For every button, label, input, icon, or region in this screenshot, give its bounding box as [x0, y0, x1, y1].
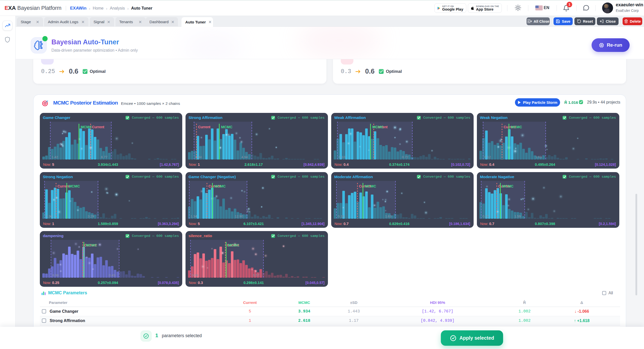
- svg-text:1.59: 1.59: [514, 214, 521, 218]
- svg-text:0.57: 0.57: [253, 273, 259, 277]
- svg-text:0.43: 0.43: [109, 273, 115, 277]
- svg-text:MCMC: MCMC: [81, 125, 92, 129]
- svg-text:3.29: 3.29: [88, 214, 94, 218]
- svg-text:MCMC: MCMC: [372, 125, 384, 129]
- svg-text:6.77: 6.77: [101, 155, 107, 159]
- svg-text:1.42: 1.42: [52, 155, 58, 159]
- svg-text:0.19: 0.19: [338, 214, 344, 218]
- svg-text:MCMC: MCMC: [214, 184, 226, 188]
- svg-text:0.36: 0.36: [46, 214, 52, 218]
- svg-text:MCMC: MCMC: [511, 125, 522, 129]
- svg-text:4.94: 4.94: [241, 155, 248, 159]
- svg-text:Current: Current: [92, 125, 104, 129]
- svg-text:0.12: 0.12: [484, 155, 491, 159]
- svg-text:1.34: 1.34: [191, 214, 197, 218]
- svg-text:1.03: 1.03: [535, 155, 542, 159]
- svg-text:0.04: 0.04: [192, 273, 198, 277]
- svg-text:0.20: 0.20: [482, 214, 489, 218]
- svg-text:0.72: 0.72: [402, 155, 408, 159]
- svg-text:Current: Current: [57, 184, 70, 188]
- svg-text:0.10: 0.10: [339, 155, 345, 159]
- svg-text:MCMC: MCMC: [86, 243, 97, 247]
- svg-text:MCMC: MCMC: [502, 184, 514, 188]
- svg-text:0.08: 0.08: [52, 273, 58, 277]
- svg-text:MCMC: MCMC: [365, 184, 376, 188]
- svg-text:Current: Current: [198, 125, 210, 129]
- svg-text:1.63: 1.63: [385, 214, 391, 218]
- svg-text:12.90: 12.90: [235, 214, 243, 218]
- svg-text:MCMC: MCMC: [69, 184, 80, 188]
- svg-text:MCMC: MCMC: [221, 125, 233, 129]
- svg-text:MCMC: MCMC: [228, 243, 239, 247]
